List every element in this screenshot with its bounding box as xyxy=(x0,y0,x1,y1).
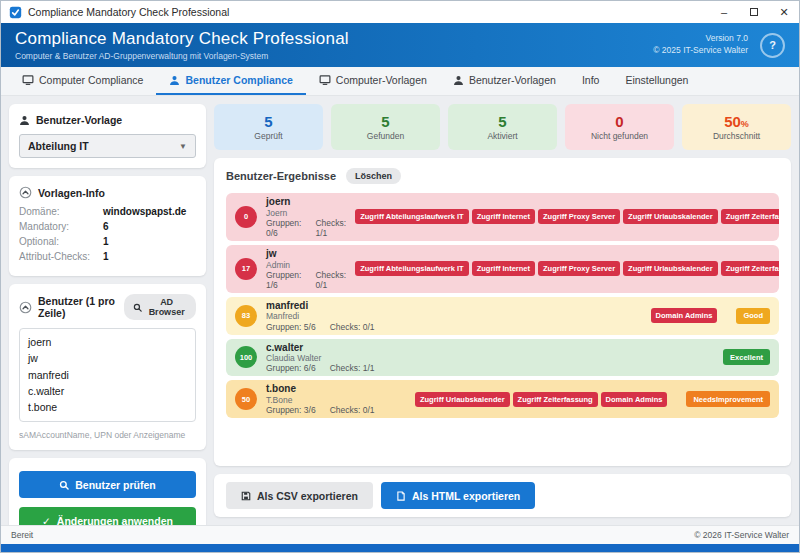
app-icon xyxy=(9,6,22,19)
display-name: Claudia Walter xyxy=(266,353,375,363)
display-name: Joern xyxy=(266,208,346,218)
info-value: windowspapst.de xyxy=(103,206,186,217)
tab-computer-vorlagen[interactable]: Computer-Vorlagen xyxy=(306,67,440,95)
tab-computer-compliance[interactable]: Computer Compliance xyxy=(9,67,156,95)
score-avatar: 0 xyxy=(235,206,257,228)
display-name: Admin xyxy=(266,260,346,270)
header-copyright: © 2025 IT-Service Walter xyxy=(653,45,748,57)
score-avatar: 83 xyxy=(235,305,257,327)
stat-value: 5 xyxy=(498,113,506,130)
user-icon xyxy=(19,115,30,126)
template-info-rows: Domäne:windowspapst.deMandatory:6Optiona… xyxy=(19,206,196,262)
collapse-icon[interactable] xyxy=(19,186,32,199)
version-label: Version 7.0 xyxy=(653,33,748,45)
result-row: 17jwAdminGruppen: 1/6Checks: 0/1Zugriff … xyxy=(226,245,779,293)
result-row: 83manfrediManfrediGruppen: 5/6Checks: 0/… xyxy=(226,297,779,335)
score-avatar: 100 xyxy=(235,346,257,368)
tab-einstellungen[interactable]: Einstellungen xyxy=(612,67,701,95)
group-badge: Zugriff Proxy Server xyxy=(538,261,620,276)
checks-count: Checks: 0/1 xyxy=(315,270,346,290)
export-csv-button[interactable]: Als CSV exportieren xyxy=(226,482,373,509)
sidebar: Benutzer-Vorlage Abteilung IT ▼ Vorlagen… xyxy=(9,104,206,517)
stat-value: 0 xyxy=(615,113,623,130)
help-button[interactable]: ? xyxy=(760,33,785,58)
display-name: Manfredi xyxy=(266,311,375,321)
computer-icon xyxy=(22,74,34,86)
group-badge: Domain Admins xyxy=(601,392,668,407)
result-row: 50t.boneT.BoneGruppen: 3/6Checks: 0/1Zug… xyxy=(226,380,779,418)
window-title: Compliance Mandatory Check Professional xyxy=(28,6,709,18)
username: manfredi xyxy=(266,300,375,312)
search-icon xyxy=(133,303,142,312)
status-badge: Excellent xyxy=(723,349,770,365)
bottom-accent-bar xyxy=(1,544,799,552)
group-badge: Zugriff Internet xyxy=(472,261,535,276)
tab-label: Benutzer Compliance xyxy=(185,74,292,86)
info-value: 6 xyxy=(103,221,109,232)
info-row: Optional:1 xyxy=(19,236,196,247)
check-users-button[interactable]: Benutzer prüfen xyxy=(19,471,196,498)
statusbar-copyright: © 2026 IT-Service Walter xyxy=(694,530,789,540)
minimize-button[interactable]: – xyxy=(709,1,739,23)
header-titles: Compliance Mandatory Check Professional … xyxy=(15,29,349,61)
info-label: Mandatory: xyxy=(19,221,103,232)
tab-info[interactable]: Info xyxy=(569,67,613,95)
clear-results-button[interactable]: Löschen xyxy=(346,168,401,184)
stat-label: Aktiviert xyxy=(487,131,517,141)
export-html-button[interactable]: Als HTML exportieren xyxy=(381,482,535,509)
missing-group-badges: Domain Admins xyxy=(651,308,718,323)
user-meta: Gruppen: 5/6Checks: 0/1 xyxy=(266,322,375,332)
groups-count: Gruppen: 1/6 xyxy=(266,270,301,290)
tab-label: Computer-Vorlagen xyxy=(336,74,427,86)
template-card: Benutzer-Vorlage Abteilung IT ▼ xyxy=(9,104,206,168)
stat-card-durchschnitt: 50%Durchschnitt xyxy=(682,104,791,150)
users-hint: sAMAccountName, UPN oder Anzeigename xyxy=(19,430,196,440)
group-badge: Domain Admins xyxy=(651,308,718,323)
user-meta: Gruppen: 0/6Checks: 1/1 xyxy=(266,218,346,238)
stat-suffix: % xyxy=(741,119,749,129)
tab-bar: Computer ComplianceBenutzer ComplianceCo… xyxy=(1,67,799,96)
info-row: Attribut-Checks:1 xyxy=(19,251,196,262)
stat-card-aktiviert: 5Aktiviert xyxy=(448,104,557,150)
checks-count: Checks: 0/1 xyxy=(330,405,375,415)
tab-benutzer-compliance[interactable]: Benutzer Compliance xyxy=(156,67,305,95)
close-button[interactable]: ✕ xyxy=(769,1,799,23)
missing-group-badges: Zugriff UrlaubskalenderZugriff Zeiterfas… xyxy=(415,392,667,407)
missing-group-badges: Zugriff Abteilungslaufwerk ITZugriff Int… xyxy=(355,209,779,224)
stat-label: Gefunden xyxy=(367,131,404,141)
ad-browser-button[interactable]: AD Browser xyxy=(124,294,196,320)
group-badge: Zugriff Zeiterfassung xyxy=(513,392,598,407)
maximize-icon xyxy=(750,8,758,16)
username: jw xyxy=(266,248,346,260)
users-card-title: Benutzer (1 pro Zeile) xyxy=(38,295,124,319)
chevron-down-icon: ▼ xyxy=(179,142,187,151)
checks-count: Checks: 0/1 xyxy=(330,322,375,332)
maximize-button[interactable] xyxy=(739,1,769,23)
template-select-value: Abteilung IT xyxy=(28,140,89,152)
missing-group-badges: Zugriff Abteilungslaufwerk ITZugriff Int… xyxy=(355,261,779,276)
group-badge: Zugriff Zeiterfassung xyxy=(721,209,779,224)
results-rows: 0joernJoernGruppen: 0/6Checks: 1/1Zugrif… xyxy=(226,193,779,418)
user-meta: Gruppen: 6/6Checks: 1/1 xyxy=(266,363,375,373)
user-info: jwAdminGruppen: 1/6Checks: 0/1 xyxy=(266,248,346,290)
user-info: c.walterClaudia WalterGruppen: 6/6Checks… xyxy=(266,342,375,374)
stat-label: Geprüft xyxy=(254,131,282,141)
info-label: Domäne: xyxy=(19,206,103,217)
info-row: Domäne:windowspapst.de xyxy=(19,206,196,217)
status-text: Bereit xyxy=(11,530,33,540)
collapse-icon[interactable] xyxy=(19,301,32,314)
users-input[interactable]: joern jw manfredi c.walter t.bone xyxy=(19,328,196,422)
group-badge: Zugriff Urlaubskalender xyxy=(623,261,718,276)
username: joern xyxy=(266,196,346,208)
tab-benutzer-vorlagen[interactable]: Benutzer-Vorlagen xyxy=(440,67,569,95)
main-content: Benutzer-Vorlage Abteilung IT ▼ Vorlagen… xyxy=(1,96,799,525)
stat-card-gepr-ft: 5Geprüft xyxy=(214,104,323,150)
stat-value: 5 xyxy=(381,113,389,130)
template-select[interactable]: Abteilung IT ▼ xyxy=(19,134,196,158)
user-info: joernJoernGruppen: 0/6Checks: 1/1 xyxy=(266,196,346,238)
groups-count: Gruppen: 6/6 xyxy=(266,363,316,373)
user-icon xyxy=(453,75,464,86)
app-window: Compliance Mandatory Check Professional … xyxy=(0,0,800,553)
score-avatar: 50 xyxy=(235,388,257,410)
user-meta: Gruppen: 3/6Checks: 0/1 xyxy=(266,405,375,415)
